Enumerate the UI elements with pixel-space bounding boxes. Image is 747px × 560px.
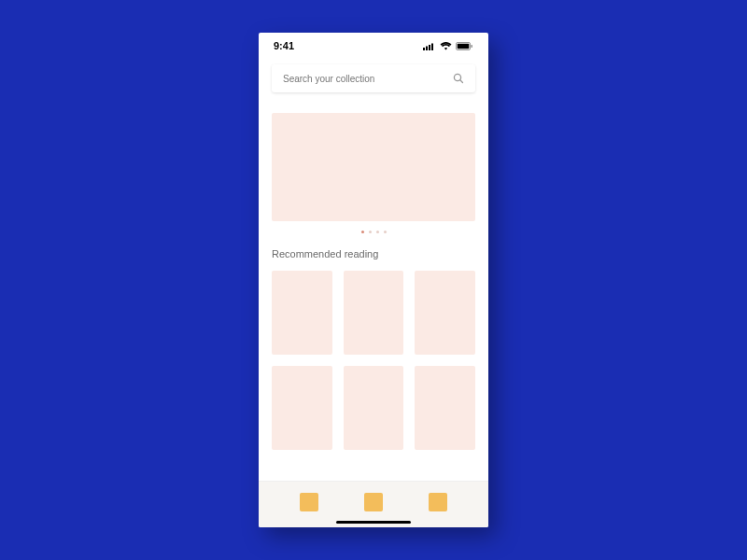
wifi-icon — [440, 42, 452, 50]
svg-rect-0 — [423, 48, 425, 50]
svg-rect-2 — [429, 45, 430, 50]
status-indicators — [423, 42, 473, 50]
carousel-dot[interactable] — [384, 231, 387, 233]
tab-item[interactable] — [364, 493, 383, 511]
svg-rect-3 — [431, 43, 433, 50]
search-container: Search your collection — [259, 59, 488, 96]
book-card[interactable] — [344, 271, 404, 355]
status-time: 9:41 — [274, 40, 294, 51]
search-input[interactable]: Search your collection — [272, 64, 475, 92]
carousel-dot[interactable] — [361, 231, 364, 233]
tab-item[interactable] — [300, 493, 318, 511]
book-card[interactable] — [272, 366, 332, 450]
book-grid — [272, 271, 475, 450]
book-card[interactable] — [272, 271, 332, 355]
main-content: Recommended reading — [259, 96, 488, 481]
tab-item[interactable] — [429, 493, 447, 511]
search-placeholder: Search your collection — [283, 74, 374, 84]
svg-rect-5 — [458, 43, 470, 49]
book-card[interactable] — [415, 271, 475, 355]
status-bar: 9:41 — [259, 33, 488, 59]
phone-frame: 9:41 Search your collection — [259, 33, 488, 527]
svg-rect-1 — [426, 46, 428, 50]
svg-rect-6 — [472, 45, 472, 48]
hero-banner[interactable] — [272, 113, 475, 221]
carousel-dots — [272, 231, 475, 233]
home-indicator[interactable] — [336, 521, 411, 524]
svg-line-8 — [460, 80, 463, 83]
battery-icon — [456, 42, 473, 50]
carousel-dot[interactable] — [376, 231, 379, 233]
search-icon — [453, 73, 464, 84]
cellular-icon — [423, 42, 436, 50]
carousel-dot[interactable] — [369, 231, 372, 233]
book-card[interactable] — [344, 366, 404, 450]
section-title: Recommended reading — [272, 248, 475, 259]
book-card[interactable] — [415, 366, 475, 450]
